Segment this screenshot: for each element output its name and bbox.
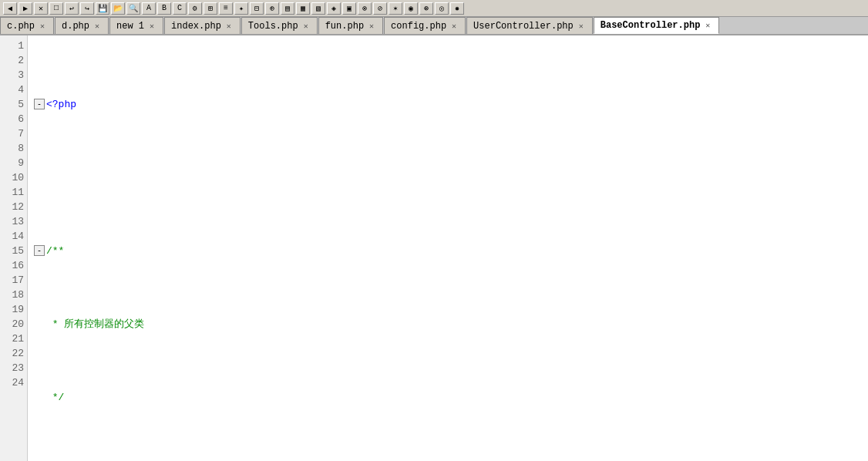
tab-close[interactable]: ✕ — [703, 21, 712, 30]
code-line-3: - /** — [34, 244, 862, 258]
tab-close[interactable]: ✕ — [38, 22, 47, 31]
toolbar-btn[interactable]: ✸ — [450, 2, 464, 15]
editor: 1 2 3 4 5 6 7 8 9 10 11 12 13 14 15 16 1… — [0, 35, 868, 461]
toolbar-btn[interactable]: ◉ — [404, 2, 418, 15]
tab-label: c.php — [7, 21, 35, 32]
toolbar-btn[interactable]: ⊕ — [265, 2, 279, 15]
code-content-3: /** — [46, 244, 862, 258]
toolbar-btn[interactable]: ◀ — [3, 2, 17, 15]
toolbar-btn[interactable]: ⊟ — [250, 2, 264, 15]
toolbar-btn[interactable]: ▣ — [342, 2, 356, 15]
tab-label: Tools.php — [248, 21, 298, 32]
tab-new-1[interactable]: new 1 ✕ — [109, 17, 163, 34]
code-area[interactable]: - <?php - /** * 所有控制器的父类 */ class BaseCo… — [28, 35, 868, 461]
tab-label: BaseController.php — [601, 20, 701, 31]
code-content-5: */ — [46, 390, 862, 405]
tab-d-php[interactable]: d.php ✕ — [55, 17, 109, 34]
toolbar-btn[interactable]: A — [142, 2, 156, 15]
toolbar-btn[interactable]: B — [157, 2, 171, 15]
tab-label: UserController.php — [473, 21, 574, 32]
fold-marker-1[interactable]: - — [34, 99, 45, 109]
line-numbers: 1 2 3 4 5 6 7 8 9 10 11 12 13 14 15 16 1… — [0, 35, 28, 461]
toolbar-btn[interactable]: ▶ — [19, 2, 32, 15]
tab-label: d.php — [62, 21, 89, 32]
tab-label: new 1 — [116, 21, 144, 32]
tab-close[interactable]: ✕ — [449, 22, 459, 31]
tab-index-php[interactable]: index.php ✕ — [164, 17, 241, 34]
toolbar-btn[interactable]: □ — [49, 2, 63, 15]
toolbar-btn[interactable]: 💾 — [96, 2, 109, 15]
toolbar-btn[interactable]: C — [173, 2, 187, 15]
tab-basecontroller-php[interactable]: BaseController.php ✕ — [594, 17, 720, 34]
toolbar-btn[interactable]: ◈ — [327, 2, 341, 15]
toolbar-btn[interactable]: ✶ — [389, 2, 402, 15]
code-line-1: - <?php — [34, 97, 862, 112]
tab-tools-php[interactable]: Tools.php ✕ — [241, 17, 318, 34]
tab-config-php[interactable]: config.php ✕ — [384, 17, 466, 34]
toolbar-btn[interactable]: ▤ — [281, 2, 294, 15]
toolbar-btn[interactable]: ⚙ — [188, 2, 202, 15]
toolbar-btn[interactable]: ▦ — [296, 2, 310, 15]
toolbar-btn[interactable]: ↩ — [65, 2, 79, 15]
toolbar-btn[interactable]: ⊘ — [373, 2, 387, 15]
fold-marker-3[interactable]: - — [34, 245, 45, 256]
tab-close[interactable]: ✕ — [93, 22, 102, 31]
tab-close[interactable]: ✕ — [224, 22, 234, 31]
toolbar-btn[interactable]: ✕ — [34, 2, 48, 15]
code-line-4: * 所有控制器的父类 — [34, 317, 862, 331]
code-content-4: * 所有控制器的父类 — [46, 317, 862, 331]
tab-usercontroller-php[interactable]: UserController.php ✕ — [466, 17, 593, 34]
toolbar-btn[interactable]: ↪ — [80, 2, 94, 15]
toolbar-btn[interactable]: ⊞ — [204, 2, 217, 15]
tab-close[interactable]: ✕ — [301, 22, 311, 31]
toolbar-btn[interactable]: 🔍 — [126, 2, 140, 15]
tab-close[interactable]: ✕ — [147, 22, 156, 31]
tab-label: fun.php — [325, 21, 364, 32]
code-content-2 — [46, 170, 862, 185]
toolbar-btn[interactable]: 📂 — [111, 2, 125, 15]
tab-c-php[interactable]: c.php ✕ — [0, 17, 54, 34]
code-line-2 — [34, 170, 862, 185]
tab-close[interactable]: ✕ — [577, 22, 586, 31]
code-content-1: <?php — [46, 97, 862, 112]
toolbar-btn[interactable]: ⊛ — [419, 2, 433, 15]
tabs-row: c.php ✕ d.php ✕ new 1 ✕ index.php ✕ Tool… — [0, 17, 868, 35]
toolbar-btn[interactable]: ⊗ — [358, 2, 372, 15]
tab-label: index.php — [171, 21, 221, 32]
code-line-5: */ — [34, 390, 862, 405]
tab-label: config.php — [391, 21, 446, 32]
toolbar: ◀ ▶ ✕ □ ↩ ↪ 💾 📂 🔍 A B C ⚙ ⊞ ≡ ✦ ⊟ ⊕ ▤ ▦ … — [0, 0, 868, 17]
tab-fun-php[interactable]: fun.php ✕ — [318, 17, 383, 34]
toolbar-btn[interactable]: ≡ — [219, 2, 233, 15]
toolbar-btn[interactable]: ✦ — [234, 2, 248, 15]
toolbar-btn[interactable]: ◎ — [435, 2, 449, 15]
tab-close[interactable]: ✕ — [367, 22, 376, 31]
toolbar-btn[interactable]: ▧ — [311, 2, 325, 15]
